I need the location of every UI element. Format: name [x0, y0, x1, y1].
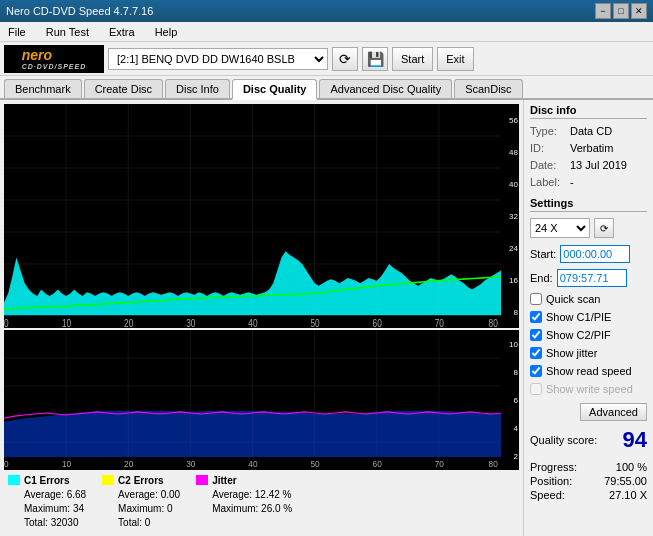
show-read-speed-row: Show read speed: [530, 365, 647, 377]
c2-total-value: 0: [145, 517, 151, 528]
y1-label-48: 48: [501, 148, 518, 157]
svg-text:0: 0: [4, 459, 9, 469]
c1-c2-chart: 0 10 20 30 40 50 60 70 80 56 48 40 32 24…: [4, 104, 519, 328]
speed-select[interactable]: 24 X Maximum 4 X 8 X 16 X 40 X 52 X: [530, 218, 590, 238]
show-c1-pie-label: Show C1/PIE: [546, 311, 611, 323]
quality-score-value: 94: [623, 427, 647, 453]
show-c1-pie-row: Show C1/PIE: [530, 311, 647, 323]
svg-text:20: 20: [124, 318, 133, 328]
svg-text:50: 50: [310, 459, 320, 469]
show-jitter-checkbox[interactable]: [530, 347, 542, 359]
y2-label-4: 4: [501, 424, 518, 433]
svg-text:0: 0: [4, 318, 9, 328]
disc-id-label: ID:: [530, 142, 566, 154]
quality-score-label: Quality score:: [530, 434, 597, 446]
c2-label: C2 Errors: [118, 475, 164, 486]
jitter-color: [196, 475, 208, 485]
quick-scan-checkbox[interactable]: [530, 293, 542, 305]
toolbar: nero CD·DVD/SPEED [2:1] BENQ DVD DD DW16…: [0, 42, 653, 76]
speed-row: Speed: 27.10 X: [530, 489, 647, 501]
quick-scan-label: Quick scan: [546, 293, 600, 305]
svg-text:40: 40: [248, 459, 258, 469]
disc-id-row: ID: Verbatim: [530, 142, 647, 154]
menu-help[interactable]: Help: [151, 24, 182, 40]
c1-total-value: 32030: [51, 517, 79, 528]
tab-disc-quality[interactable]: Disc Quality: [232, 79, 318, 100]
title-bar: Nero CD-DVD Speed 4.7.7.16 − □ ✕: [0, 0, 653, 22]
drive-select[interactable]: [2:1] BENQ DVD DD DW1640 BSLB: [108, 48, 328, 70]
svg-text:70: 70: [435, 459, 445, 469]
info-panel: Disc info Type: Data CD ID: Verbatim Dat…: [523, 100, 653, 536]
tab-advanced-disc-quality[interactable]: Advanced Disc Quality: [319, 79, 452, 98]
menu-extra[interactable]: Extra: [105, 24, 139, 40]
disc-date-value: 13 Jul 2019: [570, 159, 627, 171]
start-button[interactable]: Start: [392, 47, 433, 71]
svg-text:80: 80: [489, 318, 498, 328]
end-time-input[interactable]: [557, 269, 627, 287]
y2-label-10: 10: [501, 340, 518, 349]
disc-id-value: Verbatim: [570, 142, 613, 154]
svg-marker-36: [4, 411, 501, 457]
nero-logo: nero CD·DVD/SPEED: [4, 45, 104, 73]
main-content: 0 10 20 30 40 50 60 70 80 56 48 40 32 24…: [0, 100, 653, 536]
maximize-button[interactable]: □: [613, 3, 629, 19]
jitter-maximum-label: Maximum:: [212, 503, 258, 514]
disc-date-label: Date:: [530, 159, 566, 171]
end-time-row: End:: [530, 269, 647, 287]
svg-text:80: 80: [489, 459, 499, 469]
menu-file[interactable]: File: [4, 24, 30, 40]
speed-value: 27.10 X: [609, 489, 647, 501]
svg-text:10: 10: [62, 459, 72, 469]
y1-label-8: 8: [501, 308, 518, 317]
minimize-button[interactable]: −: [595, 3, 611, 19]
tab-disc-info[interactable]: Disc Info: [165, 79, 230, 98]
svg-text:70: 70: [435, 318, 444, 328]
disc-label-label: Label:: [530, 176, 566, 188]
start-time-input[interactable]: [560, 245, 630, 263]
c2-color: [102, 475, 114, 485]
exit-button[interactable]: Exit: [437, 47, 473, 71]
window-title: Nero CD-DVD Speed 4.7.7.16: [6, 5, 153, 17]
refresh-button[interactable]: ⟳: [332, 47, 358, 71]
c2-maximum-label: Maximum:: [118, 503, 164, 514]
advanced-button[interactable]: Advanced: [580, 403, 647, 421]
menu-run-test[interactable]: Run Test: [42, 24, 93, 40]
tab-benchmark[interactable]: Benchmark: [4, 79, 82, 98]
y1-label-24: 24: [501, 244, 518, 253]
tab-scan-disc[interactable]: ScanDisc: [454, 79, 522, 98]
menu-bar: File Run Test Extra Help: [0, 22, 653, 42]
tab-create-disc[interactable]: Create Disc: [84, 79, 163, 98]
show-c2-pif-checkbox[interactable]: [530, 329, 542, 341]
legend-c1: C1 Errors Average: 6.68 Maximum: 34 Tota…: [8, 474, 86, 530]
progress-section: Progress: 100 % Position: 79:55.00 Speed…: [530, 461, 647, 503]
disc-label-row: Label: -: [530, 176, 647, 188]
show-c1-pie-checkbox[interactable]: [530, 311, 542, 323]
save-button[interactable]: 💾: [362, 47, 388, 71]
jitter-label: Jitter: [212, 475, 236, 486]
position-row: Position: 79:55.00: [530, 475, 647, 487]
speed-label: Speed:: [530, 489, 565, 501]
y2-label-6: 6: [501, 396, 518, 405]
show-read-speed-checkbox[interactable]: [530, 365, 542, 377]
c1-maximum-value: 34: [73, 503, 84, 514]
disc-info-title: Disc info: [530, 104, 647, 119]
close-button[interactable]: ✕: [631, 3, 647, 19]
jitter-chart: 0 10 20 30 40 50 60 70 80 10 8 6 4 2: [4, 330, 519, 470]
y1-label-40: 40: [501, 180, 518, 189]
c2-maximum-value: 0: [167, 503, 173, 514]
progress-value: 100 %: [616, 461, 647, 473]
window-controls: − □ ✕: [595, 3, 647, 19]
c1-label: C1 Errors: [24, 475, 70, 486]
y2-label-8: 8: [501, 368, 518, 377]
end-label: End:: [530, 272, 553, 284]
disc-label-value: -: [570, 176, 574, 188]
c2-total-label: Total:: [118, 517, 142, 528]
c1-average-value: 6.68: [67, 489, 86, 500]
position-label: Position:: [530, 475, 572, 487]
start-label: Start:: [530, 248, 556, 260]
legend-c2: C2 Errors Average: 0.00 Maximum: 0 Total…: [102, 474, 180, 530]
settings-refresh-button[interactable]: ⟳: [594, 218, 614, 238]
progress-row: Progress: 100 %: [530, 461, 647, 473]
show-jitter-label: Show jitter: [546, 347, 597, 359]
y1-label-56: 56: [501, 116, 518, 125]
